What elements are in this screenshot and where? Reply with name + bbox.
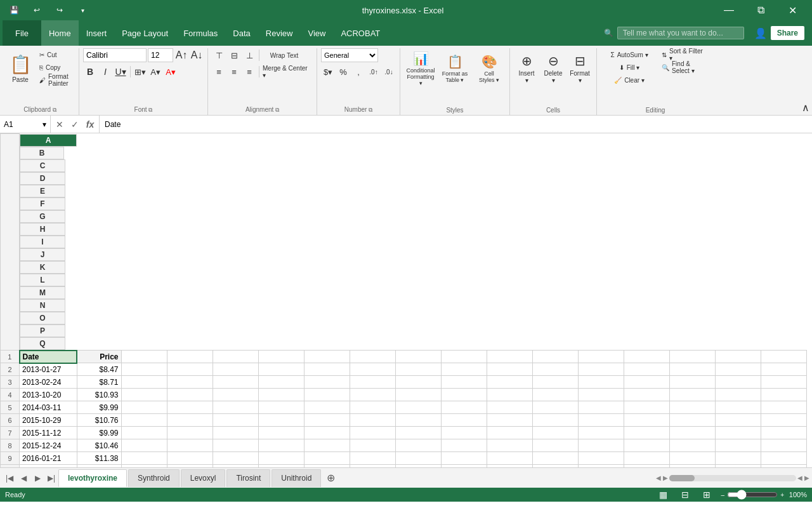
menu-file[interactable]: File: [3, 20, 41, 46]
cell-h2[interactable]: [350, 363, 395, 376]
cell-m7[interactable]: [578, 427, 624, 439]
cell-c8[interactable]: [121, 439, 167, 452]
cell-j10[interactable]: [441, 465, 487, 468]
cell-b6[interactable]: $10.76: [77, 414, 121, 427]
cell-k5[interactable]: [487, 401, 532, 414]
grid-container[interactable]: A B C D E F G H I J K L M N O P Q: [0, 133, 812, 467]
cell-f2[interactable]: [258, 363, 304, 376]
sheet-tab-tirosint[interactable]: Tirosint: [226, 469, 270, 487]
cell-b2[interactable]: $8.47: [77, 363, 121, 376]
cell-n1[interactable]: [624, 351, 669, 363]
scroll-track[interactable]: [669, 475, 796, 481]
percent-btn[interactable]: %: [336, 65, 350, 79]
cell-a5[interactable]: 2014-03-11: [20, 401, 77, 414]
cell-c2[interactable]: [121, 363, 167, 376]
cell-e4[interactable]: [213, 389, 258, 401]
cell-f6[interactable]: [258, 414, 304, 427]
cell-i3[interactable]: [395, 376, 441, 389]
conditional-formatting-btn[interactable]: 📊 ConditionalFormatting ▾: [404, 48, 437, 89]
cell-a3[interactable]: 2013-02-24: [20, 376, 77, 389]
cell-d1[interactable]: [167, 351, 213, 363]
cell-m3[interactable]: [578, 376, 624, 389]
cell-i10[interactable]: [395, 465, 441, 468]
cell-l5[interactable]: [532, 401, 578, 414]
undo-btn[interactable]: ↩: [28, 1, 46, 19]
cell-q4[interactable]: [761, 389, 806, 401]
increase-decimal-btn[interactable]: .0↑: [367, 65, 381, 79]
cell-g10[interactable]: [304, 465, 350, 468]
align-bottom-btn[interactable]: ⊥: [242, 48, 256, 62]
row-number[interactable]: 1: [1, 351, 20, 363]
cell-p7[interactable]: [715, 427, 761, 439]
cell-n4[interactable]: [624, 389, 669, 401]
sheet-tab-unithroid[interactable]: Unithroid: [272, 469, 321, 487]
cell-j7[interactable]: [441, 427, 487, 439]
currency-btn[interactable]: $▾: [321, 65, 335, 79]
col-header-Q[interactable]: Q: [20, 337, 65, 350]
col-header-M[interactable]: M: [20, 286, 65, 299]
cell-d6[interactable]: [167, 414, 213, 427]
cell-o2[interactable]: [669, 363, 715, 376]
cell-m1[interactable]: [578, 351, 624, 363]
cell-h1[interactable]: [350, 351, 395, 363]
cell-b1[interactable]: Price: [77, 351, 121, 363]
cell-p1[interactable]: [715, 351, 761, 363]
cell-o7[interactable]: [669, 427, 715, 439]
cell-o8[interactable]: [669, 439, 715, 452]
merge-center-btn[interactable]: Merge & Center ▾: [262, 65, 313, 79]
cell-j4[interactable]: [441, 389, 487, 401]
cell-styles-btn[interactable]: 🎨 CellStyles ▾: [473, 48, 506, 89]
col-header-O[interactable]: O: [20, 312, 65, 324]
cell-k3[interactable]: [487, 376, 532, 389]
cell-c9[interactable]: [121, 452, 167, 465]
cell-a7[interactable]: 2015-11-12: [20, 427, 77, 439]
cell-l2[interactable]: [532, 363, 578, 376]
cell-q5[interactable]: [761, 401, 806, 414]
sheet-tab-levothyroxine[interactable]: levothyroxine: [58, 469, 127, 487]
cell-n2[interactable]: [624, 363, 669, 376]
cell-p8[interactable]: [715, 439, 761, 452]
cell-e3[interactable]: [213, 376, 258, 389]
cell-b7[interactable]: $9.99: [77, 427, 121, 439]
cell-d9[interactable]: [167, 452, 213, 465]
cell-f7[interactable]: [258, 427, 304, 439]
cell-m2[interactable]: [578, 363, 624, 376]
col-header-D[interactable]: D: [20, 172, 65, 185]
cell-p6[interactable]: [715, 414, 761, 427]
cell-q7[interactable]: [761, 427, 806, 439]
cell-i9[interactable]: [395, 452, 441, 465]
col-header-A[interactable]: A: [20, 134, 77, 147]
col-header-P[interactable]: P: [20, 324, 65, 337]
cell-l10[interactable]: [532, 465, 578, 468]
cell-i7[interactable]: [395, 427, 441, 439]
cell-k2[interactable]: [487, 363, 532, 376]
find-select-button[interactable]: 🔍 Find & Select ▾: [659, 61, 710, 74]
cell-p5[interactable]: [715, 401, 761, 414]
cell-o5[interactable]: [669, 401, 715, 414]
menu-page-layout[interactable]: Page Layout: [114, 20, 176, 46]
search-input[interactable]: [617, 27, 744, 39]
row-number[interactable]: 10: [1, 465, 20, 468]
cell-g3[interactable]: [304, 376, 350, 389]
cell-f4[interactable]: [258, 389, 304, 401]
cell-o4[interactable]: [669, 389, 715, 401]
cell-d4[interactable]: [167, 389, 213, 401]
sheet-tab-levoxyl[interactable]: Levoxyl: [181, 469, 226, 487]
align-right-btn[interactable]: ≡: [242, 65, 256, 79]
cell-d3[interactable]: [167, 376, 213, 389]
cell-h5[interactable]: [350, 401, 395, 414]
cell-b3[interactable]: $8.71: [77, 376, 121, 389]
tab-nav-first[interactable]: |◀: [3, 471, 16, 485]
redo-btn[interactable]: ↪: [51, 1, 69, 19]
copy-button[interactable]: ⎘ Copy: [37, 61, 75, 74]
cell-j9[interactable]: [441, 452, 487, 465]
row-number[interactable]: 6: [1, 414, 20, 427]
customize-quick-btn[interactable]: ▾: [74, 1, 91, 19]
align-left-btn[interactable]: ≡: [212, 65, 226, 79]
sheet-tab-synthroid[interactable]: Synthroid: [128, 469, 180, 487]
cell-o9[interactable]: [669, 452, 715, 465]
cell-e6[interactable]: [213, 414, 258, 427]
cell-f1[interactable]: [258, 351, 304, 363]
cell-e10[interactable]: [213, 465, 258, 468]
comma-btn[interactable]: ,: [351, 65, 365, 79]
